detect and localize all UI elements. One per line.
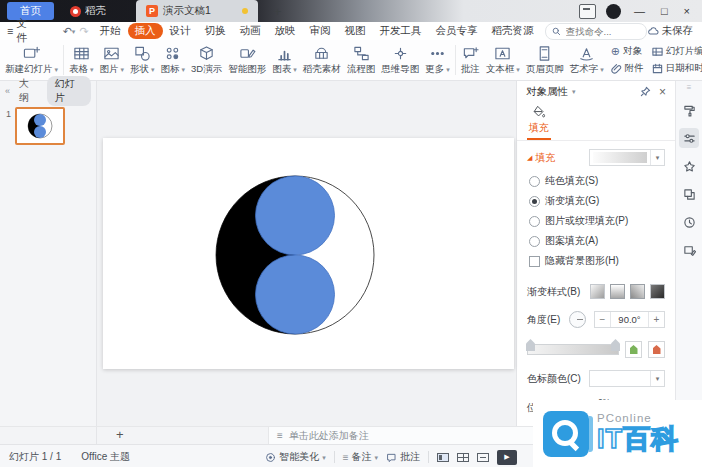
- effects-button[interactable]: [679, 156, 699, 176]
- flowchart-button[interactable]: 流程图: [344, 44, 379, 77]
- fill-tab[interactable]: 填充: [527, 105, 551, 140]
- new-slide-button[interactable]: +: [116, 427, 124, 443]
- panel-title-caret-icon[interactable]: ▾: [572, 88, 576, 95]
- picture-button[interactable]: 图片▾: [97, 44, 128, 77]
- icons-button[interactable]: 图标▾: [158, 44, 189, 77]
- gradient-style-tile-1[interactable]: [590, 284, 605, 299]
- close-button[interactable]: ×: [681, 5, 693, 17]
- search-input[interactable]: [564, 25, 640, 38]
- table-label: 表格: [69, 63, 88, 76]
- smart-graphic-button[interactable]: 智能图形: [225, 44, 269, 77]
- datetime-button[interactable]: 日期和时间: [652, 62, 702, 75]
- wordart-button[interactable]: 艺术字▾: [567, 44, 607, 77]
- undo-icon[interactable]: ↶: [63, 25, 72, 38]
- mindmap-button[interactable]: 思维导图: [378, 44, 422, 77]
- menu-insert[interactable]: 插入: [128, 23, 163, 39]
- table-button[interactable]: 表格▾: [66, 44, 97, 77]
- history-button[interactable]: [679, 212, 699, 232]
- gradient-style-tile-3[interactable]: [630, 284, 645, 299]
- gradient-stop-bar[interactable]: [527, 344, 619, 355]
- option-solid-fill[interactable]: 纯色填充(S): [527, 171, 665, 191]
- tab-slides[interactable]: 幻灯片: [47, 76, 91, 106]
- angle-increase-button[interactable]: +: [649, 314, 664, 325]
- menu-animation[interactable]: 动画: [233, 23, 268, 39]
- selection-pane-button[interactable]: [679, 184, 699, 204]
- editing-canvas[interactable]: [97, 81, 516, 426]
- menu-member[interactable]: 会员专享: [429, 23, 485, 39]
- avatar[interactable]: [606, 4, 621, 19]
- add-gradient-stop-button[interactable]: [625, 341, 642, 358]
- unsaved-status[interactable]: 未保存: [647, 24, 694, 38]
- tab-outline[interactable]: 大纲: [17, 76, 40, 106]
- gradient-style-tile-2[interactable]: [610, 284, 625, 299]
- docer-material-button[interactable]: 稻壳素材: [300, 44, 344, 77]
- paint-bucket-icon: [532, 105, 546, 119]
- slide[interactable]: [103, 138, 514, 369]
- menu-start[interactable]: 开始: [93, 23, 128, 39]
- docer-icon: [70, 6, 81, 17]
- quick-format-button[interactable]: [679, 100, 699, 120]
- fill-section-header[interactable]: ◢ 填充: [527, 151, 555, 165]
- title-bar: 首页 稻壳 P 演示文稿1 + — □ ×: [0, 0, 702, 22]
- caret-down-icon: ▾: [293, 66, 297, 73]
- comment-button[interactable]: 批注: [458, 44, 483, 77]
- yin-yang-shape[interactable]: [103, 138, 514, 369]
- file-menu[interactable]: ≡ 文件: [7, 17, 27, 45]
- slide-panel: « 大纲 幻灯片 1: [0, 81, 97, 426]
- option-hide-background[interactable]: 隐藏背景图形(H): [527, 251, 665, 271]
- angle-value[interactable]: 90.0°: [610, 312, 649, 327]
- normal-view-button[interactable]: [437, 453, 449, 462]
- more-tools-button[interactable]: 更多▾: [422, 44, 453, 77]
- maximize-button[interactable]: □: [658, 5, 671, 17]
- menu-review[interactable]: 审阅: [303, 23, 338, 39]
- panel-close-icon[interactable]: ×: [659, 85, 666, 99]
- minimize-button[interactable]: —: [631, 5, 648, 17]
- stop-color-dropdown[interactable]: ▾: [589, 370, 665, 387]
- header-footer-button[interactable]: 页眉页脚: [523, 44, 567, 77]
- angle-dial[interactable]: [569, 311, 586, 328]
- gradient-stop-handle-left[interactable]: [526, 339, 535, 351]
- docer-tab[interactable]: 稻壳: [70, 4, 106, 18]
- shapes-button[interactable]: 形状▾: [127, 44, 158, 77]
- menu-devtools[interactable]: 开发工具: [373, 23, 429, 39]
- notes-toggle-button[interactable]: ≡ 备注 ▾: [343, 450, 378, 464]
- option-pattern-fill[interactable]: 图案填充(A): [527, 231, 665, 251]
- play-slideshow-button[interactable]: ▶: [497, 450, 517, 465]
- fill-preset-dropdown[interactable]: ▾: [589, 149, 665, 166]
- slide-sorter-view-button[interactable]: [457, 453, 469, 462]
- reading-view-button[interactable]: [477, 453, 489, 462]
- 3d-button[interactable]: 3D演示: [188, 44, 225, 77]
- menu-design[interactable]: 设计: [163, 23, 198, 39]
- beautify-button[interactable]: 智能美化 ▾: [265, 450, 326, 464]
- option-picture-fill[interactable]: 图片或纹理填充(P): [527, 211, 665, 231]
- slide-thumbnail[interactable]: [15, 107, 65, 145]
- comments-toggle-button[interactable]: 批注: [386, 450, 420, 464]
- chart-button[interactable]: 图表▾: [269, 44, 300, 77]
- command-search[interactable]: [545, 23, 647, 40]
- attachment-button[interactable]: 附件: [611, 62, 644, 75]
- new-tab-button[interactable]: +: [274, 5, 282, 18]
- image-edit-button[interactable]: [679, 240, 699, 260]
- option-gradient-fill[interactable]: 渐变填充(G): [527, 191, 665, 211]
- redo-icon[interactable]: ↷: [79, 25, 88, 38]
- menu-slideshow[interactable]: 放映: [268, 23, 303, 39]
- gradient-stop-handle-right[interactable]: [611, 339, 620, 351]
- menu-transition[interactable]: 切换: [198, 23, 233, 39]
- remove-gradient-stop-button[interactable]: [648, 341, 665, 358]
- collapse-panel-icon[interactable]: «: [5, 86, 10, 96]
- file-menu-label: 文件: [16, 17, 27, 45]
- slide-number-button[interactable]: 幻灯片编号: [652, 45, 702, 58]
- menu-docer-res[interactable]: 稻壳资源: [485, 23, 541, 39]
- undo-caret-icon[interactable]: ▾: [72, 28, 76, 35]
- angle-decrease-button[interactable]: −: [595, 314, 610, 325]
- textbox-button[interactable]: 文本框▾: [483, 44, 523, 77]
- menu-view[interactable]: 视图: [338, 23, 373, 39]
- new-slide-ribbon-button[interactable]: 新建幻灯片▾: [2, 44, 61, 77]
- theme-name[interactable]: Office 主题: [81, 450, 130, 464]
- gradient-style-tile-4[interactable]: [650, 284, 665, 299]
- pin-icon[interactable]: [640, 86, 651, 97]
- insert-object-button[interactable]: ⊕ 对象: [611, 45, 644, 58]
- document-tab[interactable]: P 演示文稿1: [136, 0, 258, 22]
- message-icon[interactable]: [579, 4, 596, 19]
- object-properties-button[interactable]: [679, 128, 699, 148]
